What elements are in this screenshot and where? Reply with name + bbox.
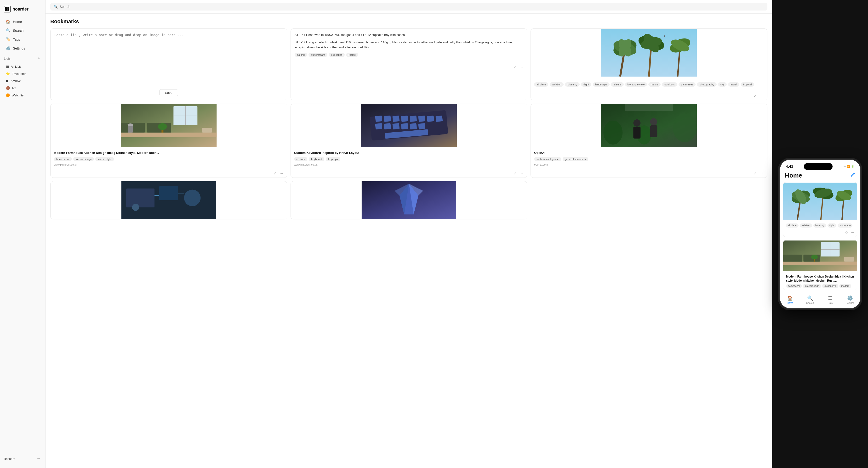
phone-more-button[interactable]: ··· <box>851 230 854 235</box>
tag-cupcakes[interactable]: cupcakes <box>329 53 345 57</box>
expand-palm-button[interactable]: ⤢ <box>753 93 757 98</box>
save-button[interactable]: Save <box>159 89 179 96</box>
tag-palm-trees[interactable]: palm trees <box>679 82 695 87</box>
tag-homedecor[interactable]: homedecor <box>54 157 72 161</box>
svg-rect-3 <box>7 9 9 11</box>
tag-generative[interactable]: generativemodels <box>563 157 588 161</box>
tag-outdoors[interactable]: outdoors <box>662 82 677 87</box>
phone-tag-homedecor[interactable]: homedecor <box>786 284 802 288</box>
phone-nav-settings[interactable]: ⚙️ Settings <box>840 295 860 304</box>
svg-point-62 <box>132 204 139 211</box>
sidebar-nav-item-tags[interactable]: 🏷️ Tags <box>2 35 43 43</box>
sidebar-nav-item-search[interactable]: 🔍 Search <box>2 26 43 35</box>
svg-rect-27 <box>202 128 212 133</box>
tag-tropical[interactable]: tropical <box>741 82 754 87</box>
phone-tag-landscape[interactable]: landscape <box>838 224 853 228</box>
phone-star-button[interactable]: ☆ <box>845 230 848 235</box>
tag-ai[interactable]: artificialintelligence <box>534 157 561 161</box>
sidebar-nav-item-home[interactable]: 🏠 Home <box>2 18 43 26</box>
phone-tag-airplane[interactable]: airplane <box>786 224 799 228</box>
tag-blue-sky[interactable]: blue sky <box>565 82 579 87</box>
phone-tag-interiordesign[interactable]: interiordesign <box>803 284 821 288</box>
palm-trees-image: ✈ <box>531 29 767 77</box>
sidebar-nav-item-settings[interactable]: ⚙️ Settings <box>2 44 43 53</box>
sidebar-item-archive[interactable]: ◼ Archive <box>2 77 43 84</box>
tag-buttercream[interactable]: buttercream <box>309 53 328 57</box>
search-input[interactable] <box>60 5 764 9</box>
art-icon: 🟤 <box>6 86 10 90</box>
sidebar-item-art[interactable]: 🟤 Art <box>2 85 43 91</box>
palm-trees-card-body: airplane aviation blue sky flight landsc… <box>531 77 767 91</box>
expand-button[interactable]: ⤢ <box>513 65 518 69</box>
phone-nav-home[interactable]: 🏠 Home <box>780 295 800 304</box>
battery-icon: 🔋 <box>851 165 854 168</box>
input-card: Save <box>50 29 287 100</box>
phone-nav-lists[interactable]: ☰ Lists <box>820 295 840 304</box>
phone-tag-modern[interactable]: modern <box>839 284 851 288</box>
more-kitchen-button[interactable]: ··· <box>279 171 284 176</box>
kitchen-card-body: Modern Farmhouse Kitchen Design Idea | K… <box>51 148 287 169</box>
sidebar-item-watchlist[interactable]: 🟠 Watchlist <box>2 92 43 99</box>
search-wrapper[interactable]: 🔍 <box>50 3 767 10</box>
tag-nature[interactable]: nature <box>648 82 660 87</box>
add-list-button[interactable]: + <box>36 56 41 62</box>
tag-travel[interactable]: travel <box>728 82 739 87</box>
svg-rect-39 <box>435 115 443 122</box>
tag-aviation[interactable]: aviation <box>550 82 564 87</box>
tag-photography[interactable]: photography <box>697 82 716 87</box>
openai-url: openai.com <box>534 163 764 166</box>
tag-recipe[interactable]: recipe <box>346 53 358 57</box>
tag-custom[interactable]: custom <box>294 157 307 161</box>
tag-keycaps[interactable]: keycaps <box>326 157 340 161</box>
circuit-image <box>51 181 287 219</box>
sidebar-item-favourites[interactable]: ⭐ Favourites <box>2 70 43 77</box>
tag-leisure[interactable]: leisure <box>611 82 623 87</box>
svg-rect-58 <box>159 186 178 200</box>
app-logo[interactable]: hoarder <box>0 4 45 17</box>
more-keyboard-button[interactable]: ··· <box>520 171 524 176</box>
palm-trees-card-actions: ⤢ ··· <box>531 91 767 100</box>
tag-baking[interactable]: baking <box>294 53 307 57</box>
all-lists-icon: ▦ <box>6 65 9 68</box>
phone-edit-icon[interactable] <box>850 172 855 179</box>
expand-keyboard-button[interactable]: ⤢ <box>513 171 518 176</box>
more-openai-button[interactable]: ··· <box>760 171 764 176</box>
kitchen-tags: homedecor interiordesign kitchenstyle <box>54 157 284 161</box>
tag-keyboard[interactable]: keyboard <box>309 157 324 161</box>
svg-rect-45 <box>418 123 425 129</box>
phone-tag-blue-sky[interactable]: blue sky <box>813 224 826 228</box>
phone-tag-kitchenstyle[interactable]: kitchenstyle <box>822 284 838 288</box>
svg-rect-35 <box>401 115 408 122</box>
tag-airplane[interactable]: airplane <box>534 82 548 87</box>
bookmark-input[interactable] <box>54 33 283 87</box>
more-options-button[interactable]: ··· <box>520 65 524 69</box>
phone-search-icon: 🔍 <box>807 295 813 301</box>
favourites-icon: ⭐ <box>6 72 10 76</box>
phone-palm-image: ✈ <box>783 182 857 221</box>
tag-kitchenstyle[interactable]: kitchenstyle <box>95 157 114 161</box>
tag-low-angle-view[interactable]: low angle view <box>625 82 647 87</box>
more-palm-button[interactable]: ··· <box>760 93 764 98</box>
tag-landscape[interactable]: landscape <box>593 82 610 87</box>
openai-card-actions: ⤢ ··· <box>531 169 767 177</box>
svg-rect-22 <box>121 133 217 137</box>
kitchen-url: www.pinterest.co.uk <box>54 163 284 166</box>
recipe-tags: baking buttercream cupcakes recipe <box>294 53 523 57</box>
phone-nav-bar: 🏠 Home 🔍 Search ☰ Lists ⚙️ Settings <box>780 293 860 308</box>
tag-sky[interactable]: sky <box>718 82 727 87</box>
tag-flight[interactable]: flight <box>581 82 591 87</box>
sidebar-item-all-lists[interactable]: ▦ All Lists <box>2 63 43 70</box>
tag-interiordesign[interactable]: interiordesign <box>73 157 94 161</box>
svg-point-48 <box>603 121 623 144</box>
phone-tag-flight[interactable]: flight <box>828 224 836 228</box>
phone-tag-aviation[interactable]: aviation <box>800 224 812 228</box>
nav-label-search: Search <box>13 29 24 33</box>
phone-nav-search[interactable]: 🔍 Search <box>800 295 820 304</box>
top-search-bar: 🔍 <box>45 0 772 14</box>
svg-rect-36 <box>409 115 417 122</box>
expand-openai-button[interactable]: ⤢ <box>753 171 757 176</box>
user-menu-button[interactable]: ··· <box>35 456 41 461</box>
home-icon: 🏠 <box>6 20 10 24</box>
expand-kitchen-button[interactable]: ⤢ <box>273 171 277 176</box>
svg-rect-25 <box>128 125 133 133</box>
